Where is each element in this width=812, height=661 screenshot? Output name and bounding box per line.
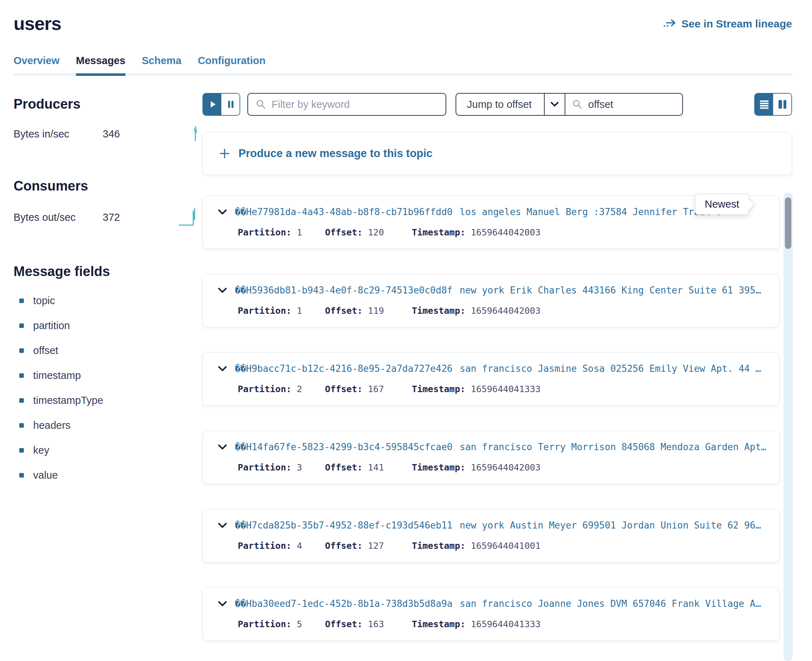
message-field-item[interactable]: timestamp <box>14 370 202 382</box>
jump-to-offset-select[interactable]: Jump to offset <box>456 94 544 115</box>
tab-messages[interactable]: Messages <box>76 55 125 76</box>
filter-keyword-input[interactable]: Filter by keyword <box>247 93 446 116</box>
consumers-heading: Consumers <box>14 179 202 194</box>
tab-overview[interactable]: Overview <box>14 55 59 76</box>
messages-panel: Filter by keyword Jump to offset <box>202 76 792 661</box>
message-key-text: H14fa67fe-5823-4299-b3c4-595845cfcae0 <box>246 442 452 452</box>
partition-label: Partition: <box>238 384 291 394</box>
message-value-preview: new york Erik Charles 443166 King Center… <box>460 285 761 295</box>
message-row[interactable]: ��Hba30eed7-1edc-452b-8b1a-738d3b5d8a9a … <box>202 587 779 641</box>
message-row-summary: ��H9bacc71c-b12c-4216-8e95-2a7da727e426 … <box>218 363 766 374</box>
tab-schema[interactable]: Schema <box>142 55 181 76</box>
offset-value: 127 <box>368 541 384 551</box>
produce-message-button[interactable]: Produce a new message to this topic <box>202 132 792 175</box>
jump-to-offset-control: Jump to offset <box>456 93 683 116</box>
play-pause-toggle <box>202 93 240 116</box>
field-label: key <box>33 444 49 456</box>
message-row[interactable]: ��He77981da-4a43-48ab-b8f8-cb71b96ffdd0 … <box>202 196 779 249</box>
message-row[interactable]: ��H14fa67fe-5823-4299-b3c4-595845cfcae0 … <box>202 431 779 484</box>
field-bullet-icon <box>19 398 24 403</box>
newest-tooltip: Newest <box>695 194 749 215</box>
message-key: ��H14fa67fe-5823-4299-b3c4-595845cfcae0 <box>235 442 453 452</box>
message-field-item[interactable]: headers <box>14 420 202 431</box>
field-label: value <box>33 469 58 481</box>
timestamp-value: 1659644041333 <box>471 619 541 629</box>
message-key: ��H9bacc71c-b12c-4216-8e95-2a7da727e426 <box>235 363 453 374</box>
field-bullet-icon <box>19 448 24 453</box>
message-row-meta: Partition: 3Offset: 141Timestamp: 165964… <box>238 462 766 473</box>
timestamp-label: Timestamp: <box>412 541 466 551</box>
replacement-glyphs: �� <box>235 363 246 374</box>
list-view-button[interactable] <box>755 94 773 115</box>
message-field-item[interactable]: topic <box>14 295 202 307</box>
offset-value: 120 <box>368 227 384 238</box>
message-row[interactable]: ��H5936db81-b943-4e0f-8c29-74513e0c0d8f … <box>202 274 779 327</box>
message-key: ��H5936db81-b943-4e0f-8c29-74513e0c0d8f <box>235 285 453 295</box>
message-field-item[interactable]: timestampType <box>14 394 202 406</box>
expand-chevron-icon[interactable] <box>218 209 227 215</box>
field-bullet-icon <box>19 423 24 428</box>
page-header: users See in Stream lineage <box>14 0 792 34</box>
message-field-item[interactable]: key <box>14 444 202 456</box>
expand-chevron-icon[interactable] <box>218 287 227 294</box>
partition-label: Partition: <box>238 306 291 316</box>
message-field-item[interactable]: partition <box>14 320 202 332</box>
see-in-stream-lineage-link[interactable]: See in Stream lineage <box>663 18 792 30</box>
view-mode-toggle <box>754 93 792 116</box>
message-row-summary: ��H5936db81-b943-4e0f-8c29-74513e0c0d8f … <box>218 285 766 295</box>
expand-chevron-icon[interactable] <box>218 366 227 372</box>
message-row[interactable]: ��H7cda825b-35b7-4952-88ef-c193d546eb11 … <box>202 509 779 562</box>
message-row-meta: Partition: 4Offset: 127Timestamp: 165964… <box>238 541 766 551</box>
message-list: ��He77981da-4a43-48ab-b8f8-cb71b96ffdd0 … <box>202 196 792 641</box>
replacement-glyphs: �� <box>235 598 246 609</box>
partition-value: 2 <box>297 384 302 394</box>
topic-tabs: Overview Messages Schema Configuration <box>14 55 792 76</box>
plus-icon <box>218 147 231 160</box>
replacement-glyphs: �� <box>235 206 246 217</box>
offset-search-input[interactable]: offset <box>565 94 682 115</box>
message-key-text: H9bacc71c-b12c-4216-8e95-2a7da727e426 <box>246 363 452 374</box>
message-row[interactable]: ��H9bacc71c-b12c-4216-8e95-2a7da727e426 … <box>202 352 779 406</box>
expand-chevron-icon[interactable] <box>218 444 227 450</box>
message-fields-list: topic partition offset timestamp <box>14 295 202 481</box>
message-key-text: He77981da-4a43-48ab-b8f8-cb71b96ffdd0 <box>246 206 452 217</box>
jump-to-offset-dropdown-button[interactable] <box>544 94 565 115</box>
column-view-button[interactable] <box>773 94 791 115</box>
offset-label: Offset: <box>325 462 362 473</box>
message-row-meta: Partition: 5Offset: 163Timestamp: 165964… <box>238 619 766 629</box>
sidebar: Producers Bytes in/sec 346 Consumers Byt… <box>14 76 202 494</box>
timestamp-value: 1659644041333 <box>471 384 541 394</box>
replacement-glyphs: �� <box>235 285 246 295</box>
play-button[interactable] <box>203 94 221 115</box>
tab-configuration[interactable]: Configuration <box>198 55 266 76</box>
bytes-in-sparkline <box>190 124 202 144</box>
pause-button[interactable] <box>221 94 240 115</box>
expand-chevron-icon[interactable] <box>218 601 227 607</box>
messages-scrollbar-track[interactable] <box>783 192 793 661</box>
message-field-item[interactable]: value <box>14 469 202 481</box>
message-field-item[interactable]: offset <box>14 345 202 356</box>
list-view-icon <box>759 99 770 110</box>
message-key-text: H5936db81-b943-4e0f-8c29-74513e0c0d8f <box>246 285 452 295</box>
message-fields-heading: Message fields <box>14 264 202 279</box>
offset-label: Offset: <box>325 619 362 629</box>
bytes-out-value: 372 <box>103 212 142 223</box>
offset-label: Offset: <box>325 384 362 394</box>
message-value-preview: los angeles Manuel Berg :37584 Jennifer … <box>460 206 722 217</box>
messages-scrollbar-thumb[interactable] <box>785 197 791 249</box>
partition-label: Partition: <box>238 227 291 238</box>
timestamp-value: 1659644042003 <box>471 227 541 238</box>
stream-lineage-icon <box>663 19 677 29</box>
field-label: timestampType <box>33 394 103 406</box>
field-label: headers <box>33 420 70 431</box>
partition-value: 1 <box>297 306 302 316</box>
bytes-out-label: Bytes out/sec <box>14 212 103 223</box>
message-row-meta: Partition: 1Offset: 120Timestamp: 165964… <box>238 227 766 238</box>
column-view-icon <box>777 99 788 110</box>
producers-heading: Producers <box>14 96 202 112</box>
jump-to-offset-label: Jump to offset <box>467 99 532 110</box>
expand-chevron-icon[interactable] <box>218 522 227 528</box>
lineage-link-label: See in Stream lineage <box>682 18 792 30</box>
message-row-summary: ��H14fa67fe-5823-4299-b3c4-595845cfcae0 … <box>218 442 766 452</box>
field-label: topic <box>33 295 55 307</box>
